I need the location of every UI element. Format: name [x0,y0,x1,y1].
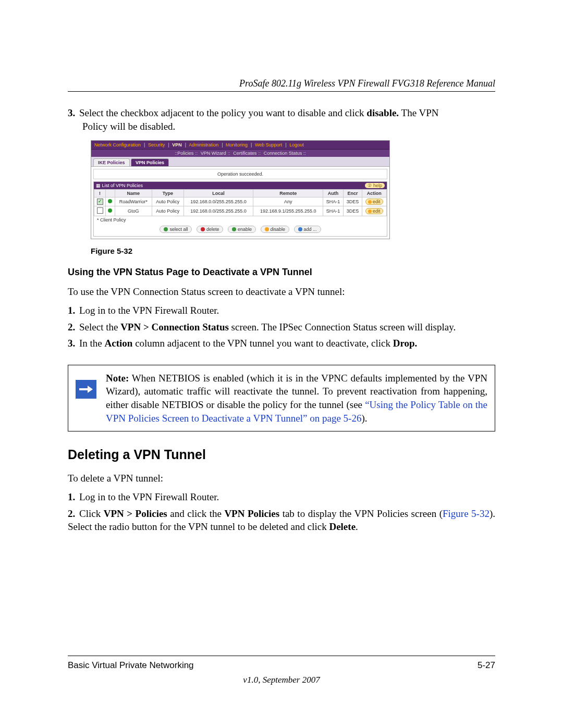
panel-title: ▦ List of VPN Policies [96,183,143,188]
cross-ref-link[interactable]: Figure 5-32 [443,508,489,519]
nav-item[interactable]: Logout [289,142,304,147]
item-number: 3. [68,337,79,350]
bold-text: VPN > Connection Status [120,322,229,332]
list-item: 2.Select the VPN > Connection Status scr… [68,320,495,334]
figure-caption: Figure 5-32 [91,246,495,255]
footer-page-number: 5-27 [478,660,495,671]
cell: Auto Policy [152,198,184,206]
cell: SHA-1 [323,206,344,216]
subheading: Using the VPN Status Page to Deactivate … [68,267,495,278]
help-button[interactable]: ② help [365,183,385,188]
item-number: 1. [68,304,79,317]
cell: 192.168.0.0/255.255.255.0 [183,198,253,206]
col-status [106,190,115,198]
text: . [356,521,358,532]
footer-rule [68,656,495,656]
sub-nav: ::Policies:: VPN Wizard:: Certificates::… [91,150,389,157]
text: The VPN [399,107,438,118]
intro-text: To delete a VPN tunnel: [68,472,495,485]
step-number: 3. [68,106,79,120]
bold-text: VPN > Policies [104,508,167,519]
subnav-item[interactable]: VPN Wizard [201,151,226,156]
cell: 3DES [344,206,362,216]
nav-item[interactable]: Administration [189,142,218,147]
list-item: 2.Click VPN > Policies and click the VPN… [68,507,495,534]
tab-ike-policies[interactable]: IKE Policies [93,158,130,166]
item-number: 2. [68,320,79,334]
enable-button[interactable]: enable [228,226,256,233]
note-box: Note: When NETBIOS is enabled (which it … [68,365,495,432]
bold-text: Action [105,338,133,349]
cell: Any [253,198,323,206]
button-row: select all delete enable disable add ... [94,224,387,236]
text: Log in to the VPN Firewall Router. [79,305,219,316]
bold-text: disable. [366,107,399,118]
list-item: 1.Log in to the VPN Firewall Router. [68,490,495,504]
tab-vpn-policies[interactable]: VPN Policies [131,158,169,166]
list-item: 1.Log in to the VPN Firewall Router. [68,304,495,317]
select-all-button[interactable]: select all [160,226,192,233]
col-check: ! [94,190,106,198]
text: and click the [167,508,225,519]
nav-item[interactable]: Web Support [255,142,282,147]
policies-panel: ▦ List of VPN Policies ② help ! Name Typ… [93,181,387,237]
step-3: 3.Select the checkbox adjacent to the po… [68,106,495,133]
main-nav: Network Configuration| Security| VPN| Ad… [91,141,389,150]
operation-message: Operation succeeded. [93,169,387,179]
list-item: 3.In the Action column adjacent to the V… [68,337,495,350]
bold-text: Drop. [393,338,418,349]
nav-item[interactable]: Monitoring [226,142,248,147]
page-header: ProSafe 802.11g Wireless VPN Firewall FV… [68,78,495,92]
bold-text: VPN Policies [224,508,279,519]
col-name: Name [115,190,152,198]
text: Select the [79,322,120,332]
delete-button[interactable]: delete [197,226,224,233]
col-auth: Auth [323,190,344,198]
cell: Auto Policy [152,206,184,216]
note-label: Note: [106,373,129,384]
policies-table: ! Name Type Local Remote Auth Encr Actio… [94,189,387,216]
figure-screenshot: Network Configuration| Security| VPN| Ad… [91,140,390,239]
text: column adjacent to the VPN tunnel you wa… [132,338,393,349]
cell: RoadWarrior* [115,198,152,206]
subnav-item[interactable]: Connection Status [264,151,302,156]
item-number: 2. [68,507,79,521]
nav-item-selected[interactable]: VPN [172,142,182,147]
row-checkbox[interactable] [97,207,103,214]
table-row: GtoG Auto Policy 192.168.0.0/255.255.255… [94,206,387,216]
text: Select the checkbox adjacent to the poli… [79,107,366,118]
subnav-item[interactable]: Policies [177,151,193,156]
cell: 192.168.0.0/255.255.255.0 [183,206,253,216]
col-type: Type [152,190,184,198]
col-encr: Encr [344,190,362,198]
text: screen. The IPSec Connection Status scre… [229,322,456,332]
cell: GtoG [115,206,152,216]
text: Click [79,508,104,519]
nav-item[interactable]: Security [148,142,165,147]
status-icon [108,208,112,213]
add-button[interactable]: add ... [294,226,321,233]
text: tab to display the VPN Policies screen ( [279,508,443,519]
text: Log in to the VPN Firewall Router. [79,491,219,502]
table-header-row: ! Name Type Local Remote Auth Encr Actio… [94,190,387,198]
footer-left: Basic Virtual Private Networking [68,660,194,671]
disable-button[interactable]: disable [261,226,290,233]
nav-item[interactable]: Network Configuration [94,142,141,147]
footer-version: v1.0, September 2007 [0,675,563,685]
col-action: Action [362,190,386,198]
cell: 192.168.9.1/255.255.255.0 [253,206,323,216]
row-checkbox[interactable] [97,199,103,205]
subnav-item[interactable]: Certificates [233,151,256,156]
status-icon [108,199,112,203]
col-remote: Remote [253,190,323,198]
cell: 3DES [344,198,362,206]
edit-button[interactable]: edit [365,199,383,205]
text: In the [79,338,105,349]
text: Policy will be disabled. [82,120,495,133]
section-heading: Deleting a VPN Tunnel [68,447,495,462]
bold-text: Delete [329,521,356,532]
cell: SHA-1 [323,198,344,206]
edit-button[interactable]: edit [365,208,383,214]
arrow-icon [76,380,96,399]
intro-text: To use the VPN Connection Status screen … [68,285,495,299]
